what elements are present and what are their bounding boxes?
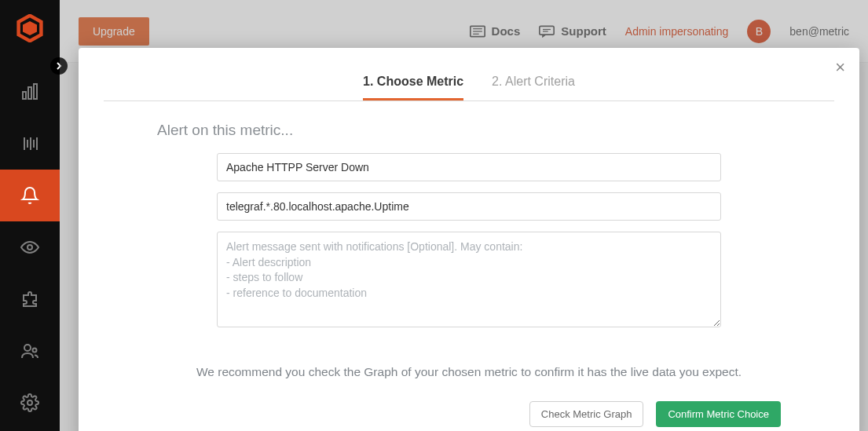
confirm-metric-choice-button[interactable]: Confirm Metric Choice [656,401,781,427]
nav-dashboards[interactable] [0,66,60,118]
nav-users[interactable] [0,325,60,377]
nav-settings[interactable] [0,377,60,429]
alert-heading: Alert on this metric... [157,122,804,139]
tab-alert-criteria[interactable]: 2. Alert Criteria [492,75,575,100]
alert-message-textarea[interactable] [217,232,721,327]
modal-tabs: 1. Choose Metric 2. Alert Criteria [79,48,859,100]
svg-point-12 [33,349,37,352]
svg-point-11 [24,345,31,351]
create-alert-modal: × 1. Choose Metric 2. Alert Criteria Ale… [79,48,859,431]
svg-rect-2 [23,92,26,99]
close-icon[interactable]: × [835,59,845,76]
svg-rect-4 [34,84,37,99]
nav-metrics[interactable] [0,118,60,170]
svg-point-13 [27,400,32,405]
metric-path-input[interactable] [217,192,721,221]
recommend-text: We recommend you check the Graph of your… [79,365,859,379]
app-logo [16,14,44,42]
nav-integrations[interactable] [0,273,60,325]
alert-name-input[interactable] [217,153,721,181]
svg-point-10 [27,245,32,250]
check-metric-graph-button[interactable]: Check Metric Graph [529,401,644,427]
svg-rect-3 [28,87,31,99]
nav-alerts[interactable] [0,170,60,221]
svg-marker-1 [23,21,37,35]
tab-choose-metric[interactable]: 1. Choose Metric [363,75,463,100]
nav-monitoring[interactable] [0,221,60,273]
